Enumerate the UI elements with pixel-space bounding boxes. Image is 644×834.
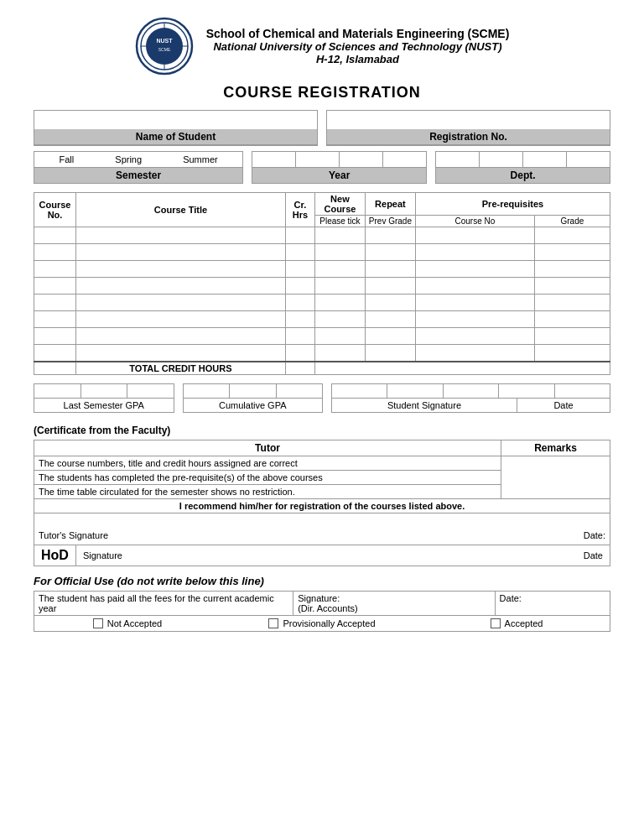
new-course-cell[interactable] [314, 278, 365, 295]
prov-accepted-checkbox[interactable] [268, 618, 278, 628]
prereq-grade-cell[interactable] [534, 311, 610, 328]
last-gpa-cell-3[interactable] [127, 384, 174, 398]
summer-label: Summer [183, 154, 218, 164]
course-title-cell[interactable] [76, 311, 286, 328]
total-value[interactable] [285, 362, 314, 375]
prov-accepted-option[interactable]: Provisionally Accepted [233, 618, 411, 628]
new-course-cell[interactable] [314, 311, 365, 328]
cr-hrs-cell[interactable] [285, 345, 314, 362]
dept-cell-2[interactable] [480, 152, 523, 167]
sig-cell-3[interactable] [444, 384, 499, 398]
name-value[interactable] [34, 111, 317, 129]
svg-text:NUST: NUST [156, 38, 173, 44]
prev-grade-cell[interactable] [365, 295, 415, 311]
prev-grade-cell[interactable] [365, 328, 415, 345]
prev-grade-cell[interactable] [365, 278, 415, 295]
course-no-cell[interactable] [34, 278, 76, 295]
prereq-grade-cell[interactable] [534, 328, 610, 345]
course-no-cell[interactable] [34, 328, 76, 345]
cr-hrs-cell[interactable] [285, 244, 314, 261]
prereq-grade-cell[interactable] [534, 244, 610, 261]
prereq-course-cell[interactable] [415, 328, 534, 345]
dept-cell-3[interactable] [523, 152, 567, 167]
reg-value[interactable] [327, 111, 610, 129]
prev-grade-cell[interactable] [365, 261, 415, 278]
prereq-course-cell[interactable] [415, 227, 534, 244]
sig-cell-5[interactable] [555, 384, 610, 398]
new-course-cell[interactable] [314, 345, 365, 362]
prereq-grade-cell[interactable] [534, 261, 610, 278]
faculty-row-1: The course numbers, title and credit hou… [34, 456, 610, 470]
remarks-cell[interactable] [501, 456, 610, 498]
cum-gpa-cell-1[interactable] [184, 384, 231, 398]
summer-option[interactable]: Summer [183, 154, 218, 164]
course-title-cell[interactable] [76, 261, 286, 278]
cr-hrs-cell[interactable] [285, 278, 314, 295]
course-title-cell[interactable] [76, 244, 286, 261]
year-cell-4[interactable] [383, 152, 426, 167]
new-course-cell[interactable] [314, 295, 365, 311]
last-gpa-label: Last Semester GPA [34, 399, 174, 412]
last-gpa-cell-1[interactable] [34, 384, 81, 398]
prev-grade-cell[interactable] [365, 345, 415, 362]
sig-top-cells [332, 384, 610, 399]
new-course-cell[interactable] [314, 227, 365, 244]
prereq-course-cell[interactable] [415, 261, 534, 278]
course-title-cell[interactable] [76, 295, 286, 311]
new-course-cell[interactable] [314, 261, 365, 278]
table-row [34, 261, 610, 278]
date-label: Date [517, 399, 610, 412]
year-cell-2[interactable] [296, 152, 340, 167]
not-accepted-checkbox[interactable] [93, 618, 103, 628]
last-gpa-cell-2[interactable] [81, 384, 128, 398]
sig-cell-1[interactable] [332, 384, 387, 398]
prereq-course-cell[interactable] [415, 345, 534, 362]
prereq-grade-cell[interactable] [534, 345, 610, 362]
prereq-grade-cell[interactable] [534, 278, 610, 295]
prev-grade-cell[interactable] [365, 311, 415, 328]
course-no-cell[interactable] [34, 345, 76, 362]
course-no-cell[interactable] [34, 261, 76, 278]
prereq-course-cell[interactable] [415, 244, 534, 261]
table-row [34, 244, 610, 261]
university-name: National University of Sciences and Tech… [206, 40, 510, 53]
dept-cell-4[interactable] [567, 152, 610, 167]
year-cell-1[interactable] [252, 152, 296, 167]
accepted-checkbox[interactable] [491, 618, 501, 628]
new-course-cell[interactable] [314, 328, 365, 345]
course-title-cell[interactable] [76, 345, 286, 362]
dept-cell-1[interactable] [436, 152, 480, 167]
prereq-grade-cell[interactable] [534, 295, 610, 311]
course-no-cell[interactable] [34, 311, 76, 328]
prev-grade-cell[interactable] [365, 227, 415, 244]
cr-hrs-cell[interactable] [285, 295, 314, 311]
gpa-section: Last Semester GPA Cumulative GPA Student… [34, 383, 610, 413]
new-course-cell[interactable] [314, 244, 365, 261]
cr-hrs-cell[interactable] [285, 261, 314, 278]
course-no-cell[interactable] [34, 227, 76, 244]
prereq-course-cell[interactable] [415, 311, 534, 328]
spring-option[interactable]: Spring [115, 154, 142, 164]
year-cell-3[interactable] [340, 152, 383, 167]
cr-hrs-cell[interactable] [285, 328, 314, 345]
cum-gpa-cell-2[interactable] [230, 384, 277, 398]
cr-hrs-cell[interactable] [285, 311, 314, 328]
course-title-cell[interactable] [76, 278, 286, 295]
course-title-cell[interactable] [76, 227, 286, 244]
prereq-course-cell[interactable] [415, 295, 534, 311]
cum-gpa-cell-3[interactable] [277, 384, 323, 398]
course-no-cell[interactable] [34, 295, 76, 311]
course-no-cell[interactable] [34, 244, 76, 261]
prev-grade-cell[interactable] [365, 244, 415, 261]
course-title-cell[interactable] [76, 328, 286, 345]
sig-cell-2[interactable] [387, 384, 443, 398]
university-logo: NUST SCME [135, 17, 194, 76]
accepted-option[interactable]: Accepted [428, 618, 605, 628]
sig-cell-4[interactable] [499, 384, 554, 398]
not-accepted-option[interactable]: Not Accepted [39, 618, 216, 628]
prereq-course-cell[interactable] [415, 278, 534, 295]
fall-option[interactable]: Fall [60, 154, 75, 164]
prereq-grade-cell[interactable] [534, 227, 610, 244]
cr-hrs-cell[interactable] [285, 227, 314, 244]
spring-label: Spring [115, 154, 142, 164]
